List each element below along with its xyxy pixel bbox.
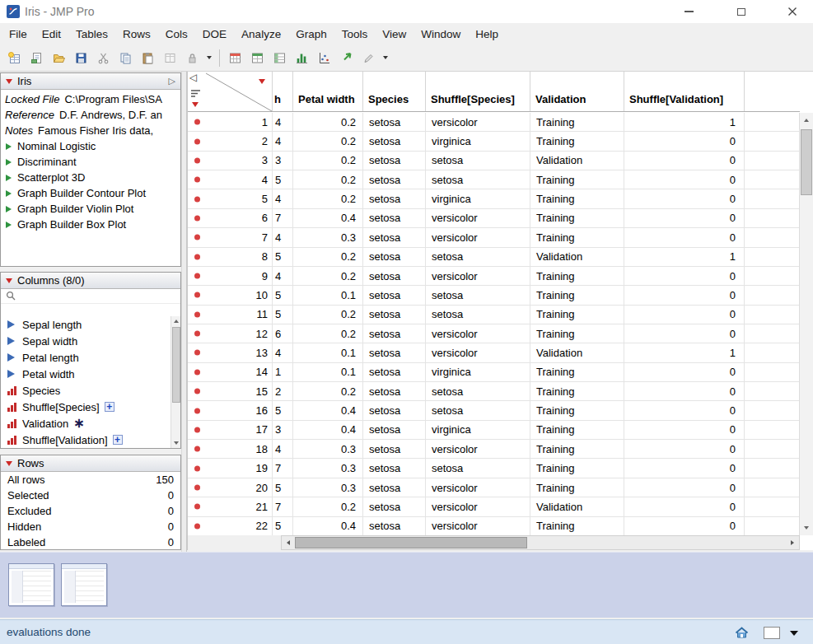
column-header-shuffle-species[interactable]: Shuffle[Species] <box>426 72 530 111</box>
cell-petal-length[interactable]: 7 <box>273 209 293 227</box>
table-row[interactable]: 17 3 0.4 setosa virginica Training 0 <box>188 421 800 440</box>
cell-validation[interactable]: Training <box>530 363 624 381</box>
row-state-dot[interactable] <box>194 427 200 432</box>
cell-petal-width[interactable]: 0.1 <box>293 343 363 362</box>
cell-species[interactable]: setosa <box>363 401 426 419</box>
cell-validation[interactable]: Training <box>530 228 624 246</box>
cell-species[interactable]: setosa <box>363 440 426 458</box>
cell-petal-width[interactable]: 0.3 <box>293 459 363 477</box>
row-state-dot[interactable] <box>194 292 200 298</box>
row-state-dot[interactable] <box>194 177 200 183</box>
cell-validation[interactable]: Training <box>530 267 624 285</box>
cell-shuffle-species[interactable]: setosa <box>426 382 530 400</box>
open-icon[interactable] <box>48 47 69 68</box>
scroll-down-icon[interactable] <box>800 521 813 534</box>
row-number-cell[interactable]: 17 <box>188 421 273 439</box>
menu-item[interactable]: Tools <box>334 25 376 44</box>
graph-tools-caret-icon[interactable] <box>383 56 388 59</box>
tabulate-icon[interactable] <box>246 47 268 68</box>
cell-petal-width[interactable]: 0.2 <box>293 113 363 131</box>
cell-validation[interactable]: Training <box>530 401 624 419</box>
cell-species[interactable]: setosa <box>363 421 426 439</box>
table-row[interactable]: 7 4 0.3 setosa versicolor Training 0 <box>188 228 800 247</box>
row-number-cell[interactable]: 21 <box>188 497 273 516</box>
cell-shuffle-validation[interactable]: 0 <box>624 286 745 304</box>
cell-petal-length[interactable]: 5 <box>273 478 293 497</box>
cell-species[interactable]: setosa <box>363 497 426 516</box>
row-number-cell[interactable]: 11 <box>188 306 273 324</box>
table-row[interactable]: 13 4 0.1 setosa versicolor Validation 1 <box>188 343 800 362</box>
column-item[interactable]: Validation <box>1 415 180 432</box>
cell-species[interactable]: setosa <box>363 517 426 535</box>
column-item[interactable]: Sepal length <box>1 316 180 333</box>
cell-shuffle-species[interactable]: setosa <box>426 170 530 189</box>
rows-menu-icon[interactable] <box>192 102 199 107</box>
row-number-cell[interactable]: 7 <box>188 228 273 246</box>
cell-species[interactable]: setosa <box>363 209 426 227</box>
column-item[interactable]: Shuffle[Validation] <box>1 432 180 448</box>
cell-validation[interactable]: Training <box>530 189 624 208</box>
row-state-dot[interactable] <box>194 273 200 279</box>
scroll-up-icon[interactable] <box>800 114 813 127</box>
cell-species[interactable]: setosa <box>363 170 426 189</box>
cell-shuffle-species[interactable]: setosa <box>426 401 530 419</box>
data-table-icon[interactable] <box>224 47 245 68</box>
row-state-dot[interactable] <box>194 331 200 337</box>
cell-shuffle-validation[interactable]: 0 <box>624 324 745 343</box>
scrollbar-thumb[interactable] <box>801 129 812 195</box>
cell-validation[interactable]: Training <box>530 209 624 227</box>
row-number-cell[interactable]: 10 <box>188 286 273 304</box>
cell-petal-length[interactable]: 5 <box>273 248 293 266</box>
row-number-cell[interactable]: 12 <box>188 324 273 343</box>
script-item[interactable]: Nominal Logistic <box>1 138 180 154</box>
run-script-icon[interactable] <box>6 190 12 197</box>
row-state-dot[interactable] <box>194 196 200 202</box>
cell-species[interactable]: setosa <box>363 343 426 362</box>
annotate-arrow-icon[interactable] <box>335 47 357 68</box>
run-script-icon[interactable] <box>6 143 12 150</box>
horizontal-scrollbar[interactable] <box>281 535 800 550</box>
cell-petal-length[interactable]: 5 <box>273 170 293 189</box>
row-state-dot[interactable] <box>194 504 200 510</box>
collapse-panels-icon[interactable]: ◁ <box>189 72 197 82</box>
cell-validation[interactable]: Validation <box>530 497 624 516</box>
row-state-dot[interactable] <box>194 465 200 471</box>
cell-shuffle-species[interactable]: versicolor <box>426 440 530 458</box>
row-state-dot[interactable] <box>194 254 200 259</box>
cell-validation[interactable]: Training <box>530 170 624 189</box>
cell-shuffle-species[interactable]: versicolor <box>426 267 530 285</box>
cell-shuffle-species[interactable]: versicolor <box>426 209 530 227</box>
row-number-cell[interactable]: 9 <box>188 267 273 285</box>
menu-item[interactable]: Graph <box>288 25 334 44</box>
cell-petal-width[interactable]: 0.4 <box>293 421 363 439</box>
cell-shuffle-species[interactable]: virginica <box>426 421 530 439</box>
row-number-cell[interactable]: 22 <box>188 517 273 535</box>
cell-shuffle-species[interactable]: setosa <box>426 459 530 477</box>
row-number-cell[interactable]: 13 <box>188 343 273 362</box>
row-state-dot[interactable] <box>194 485 200 491</box>
column-item[interactable]: Petal width <box>1 366 180 382</box>
cell-shuffle-validation[interactable]: 0 <box>624 306 745 324</box>
menu-item[interactable]: Analyze <box>234 25 288 44</box>
row-number-cell[interactable]: 4 <box>188 170 273 189</box>
cell-species[interactable]: setosa <box>363 189 426 208</box>
cell-species[interactable]: setosa <box>363 113 426 131</box>
cell-petal-length[interactable]: 5 <box>273 517 293 535</box>
cell-shuffle-validation[interactable]: 1 <box>624 248 745 266</box>
status-dropdown-icon[interactable] <box>790 631 798 636</box>
row-number-cell[interactable]: 19 <box>188 459 273 477</box>
column-item[interactable]: Shuffle[Species] <box>1 399 180 415</box>
cell-species[interactable]: setosa <box>363 228 426 246</box>
undock-arrow-icon[interactable]: ▷ <box>169 77 175 86</box>
row-state-dot[interactable] <box>194 446 200 452</box>
row-number-cell[interactable]: 14 <box>188 363 273 381</box>
cell-petal-width[interactable]: 0.4 <box>293 517 363 535</box>
panel-splitter[interactable] <box>181 72 187 552</box>
row-state-dot[interactable] <box>194 408 200 413</box>
cell-petal-length[interactable]: 6 <box>273 324 293 343</box>
cell-petal-length[interactable]: 7 <box>273 497 293 516</box>
run-script-icon[interactable] <box>6 206 12 212</box>
cell-species[interactable]: setosa <box>363 382 426 400</box>
scroll-down-icon[interactable] <box>171 438 180 448</box>
row-state-dot[interactable] <box>194 138 200 144</box>
